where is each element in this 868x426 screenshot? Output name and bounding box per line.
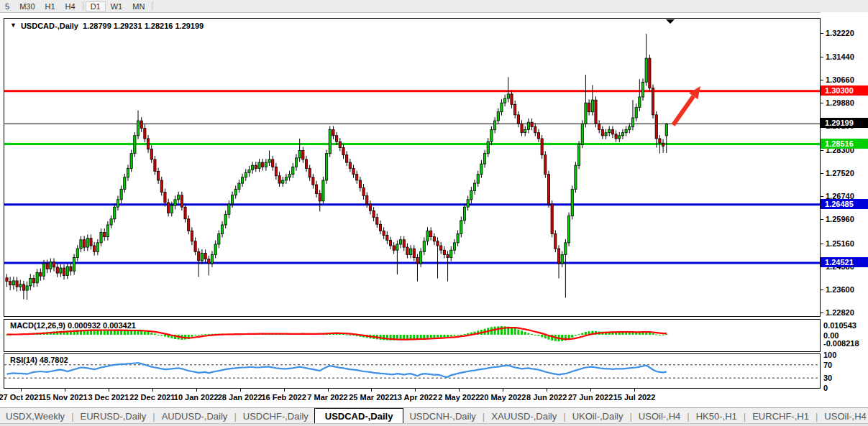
candle-body <box>437 241 439 246</box>
chart-tab-eurchf-h1[interactable]: EURCHF-,H1 <box>746 409 815 424</box>
candle-body <box>524 130 526 133</box>
macd-histogram-bar <box>426 335 429 338</box>
bullish-arrow-shaft[interactable] <box>673 96 693 125</box>
macd-histogram-bar <box>160 335 163 335</box>
date-tick-mark <box>109 389 109 392</box>
candle-body <box>298 151 301 158</box>
macd-histogram-bar <box>191 335 193 337</box>
macd-indicator-panel[interactable]: MACD(12,26,9) 0.000932 0.003421 <box>4 319 821 352</box>
macd-histogram-bar <box>416 335 419 339</box>
macd-histogram-bar <box>430 335 432 338</box>
chart-tab-usoil-h4[interactable]: USOil-,H4 <box>818 409 868 424</box>
date-tick-mark <box>371 389 372 392</box>
candle-body <box>150 149 152 159</box>
candle-body <box>635 107 637 117</box>
candle-body <box>511 94 513 104</box>
macd-histogram-bar <box>581 333 583 335</box>
candle-body <box>494 121 496 129</box>
date-label: 25 Mar 2022 <box>349 393 393 402</box>
price-tick-mark <box>821 196 823 197</box>
candle-body <box>305 159 307 168</box>
chart-tab-audusd-daily[interactable]: AUDUSD-,Daily <box>156 409 234 424</box>
candle-body <box>252 165 254 170</box>
timeframe-button-d1[interactable]: D1 <box>86 1 106 11</box>
price-axis: 1.322201.314401.306601.298801.291001.283… <box>821 12 868 404</box>
timeframe-button-h4[interactable]: H4 <box>60 1 81 11</box>
candle-body <box>567 216 570 243</box>
macd-histogram-bar <box>460 335 462 335</box>
date-label: 22 Dec 2021 <box>129 393 175 402</box>
candle-body <box>639 97 641 107</box>
price-tick-label: 1.32220 <box>826 29 854 38</box>
candle-body <box>147 139 149 149</box>
candle-body <box>170 205 173 213</box>
rsi-chart[interactable] <box>4 354 820 388</box>
candle-body <box>295 158 297 167</box>
macd-histogram-bar <box>521 330 523 335</box>
candle-body <box>346 155 348 162</box>
candle-body <box>420 251 422 264</box>
candle-body <box>649 58 651 88</box>
chart-tab-usdcnh-daily[interactable]: USDCNH-,Daily <box>403 409 481 424</box>
macd-histogram-bar <box>524 332 526 335</box>
candle-body <box>625 130 627 133</box>
candlestick-chart[interactable] <box>4 19 820 316</box>
chart-shift-marker-icon[interactable] <box>666 19 675 24</box>
macd-histogram-bar <box>410 335 412 339</box>
macd-histogram-bar <box>659 335 661 335</box>
date-tick-mark <box>152 389 153 392</box>
candle-body <box>339 142 341 147</box>
timeframe-button-h1[interactable]: H1 <box>40 1 60 11</box>
candle-body <box>655 115 657 139</box>
macd-histogram-bar <box>517 330 519 335</box>
macd-histogram-bar <box>497 326 499 335</box>
chart-tab-usoil-h4[interactable]: USOil-,H4 <box>633 409 687 424</box>
rsi-indicator-panel[interactable]: RSI(14) 48.7802 <box>4 353 821 389</box>
candle-body <box>571 189 573 216</box>
candle-body <box>292 167 294 174</box>
candle-body <box>581 124 583 144</box>
date-tick-mark <box>328 389 329 392</box>
timeframe-button-5[interactable]: 5 <box>0 1 14 11</box>
date-label: 20 May 2022 <box>480 393 526 402</box>
chart-tab-usdx-weekly[interactable]: USDX,Weekly <box>0 409 70 424</box>
candle-body <box>631 118 634 126</box>
main-chart-panel[interactable]: ▼ USDCAD-,Daily 1.28799 1.29231 1.28216 … <box>4 18 821 317</box>
date-label: 2 May 2022 <box>438 393 480 402</box>
chart-tab-ukoil-daily[interactable]: UKOil-,Daily <box>567 409 629 424</box>
candle-body <box>477 175 479 183</box>
candle-body <box>403 240 405 247</box>
timeframe-button-mn[interactable]: MN <box>127 1 150 11</box>
macd-histogram-bar <box>534 335 536 335</box>
candle-body <box>63 268 65 275</box>
candle-body <box>547 175 549 204</box>
candle-body <box>621 133 623 136</box>
chart-tab-usdcad-daily[interactable]: USDCAD-,Daily <box>314 408 404 424</box>
candle-body <box>585 103 587 124</box>
candle-body <box>521 124 523 132</box>
candle-body <box>373 210 375 218</box>
candle-body <box>110 219 112 225</box>
symbol-dropdown-icon[interactable]: ▼ <box>10 22 17 30</box>
date-label: 10 Jan 2022 <box>174 393 219 402</box>
macd-histogram-bar <box>140 331 142 335</box>
candle-body <box>6 278 8 282</box>
timeframe-button-w1[interactable]: W1 <box>106 1 128 11</box>
chart-tab-hk50-h1[interactable]: HK50-,H1 <box>690 409 743 424</box>
candle-body <box>504 98 506 103</box>
chart-tab-usdchf-daily[interactable]: USDCHF-,Daily <box>237 409 314 424</box>
candle-body <box>137 121 139 136</box>
candle-body <box>379 224 381 231</box>
candle-body <box>588 103 590 111</box>
macd-histogram-bar <box>114 330 116 335</box>
date-axis: 27 Oct 202115 Nov 20213 Dec 202122 Dec 2… <box>4 392 821 404</box>
price-tick-label: 1.31440 <box>826 52 854 62</box>
candle-body <box>22 284 24 290</box>
chart-tab-eurusd-daily[interactable]: EURUSD-,Daily <box>75 409 152 424</box>
candle-body <box>168 203 170 213</box>
chart-tab-xauusd-daily[interactable]: XAUUSD-,Daily <box>485 409 562 424</box>
macd-histogram-bar <box>204 334 206 335</box>
timeframe-button-m30[interactable]: M30 <box>14 1 40 11</box>
candle-body <box>362 187 365 195</box>
candle-body <box>652 88 654 115</box>
